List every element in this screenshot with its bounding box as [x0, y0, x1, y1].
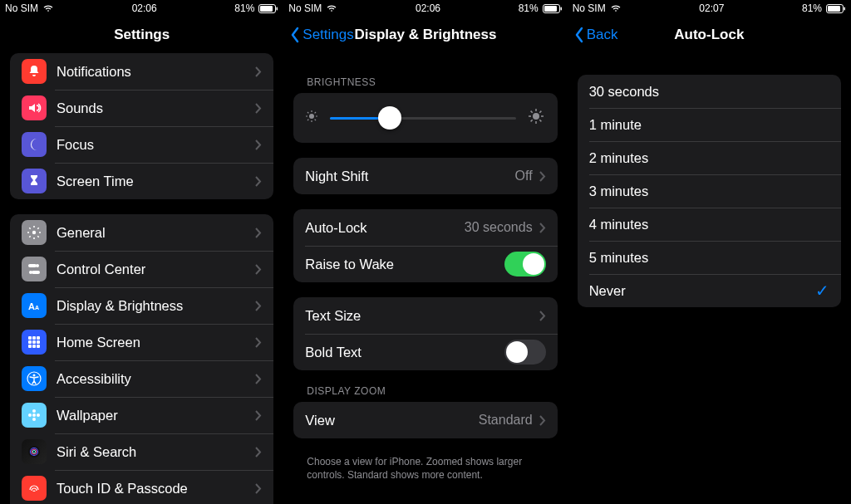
settings-row-display-brightness[interactable]: AADisplay & Brightness — [10, 287, 273, 324]
flower-icon — [22, 403, 47, 428]
night-shift-row[interactable]: Night Shift Off — [293, 158, 557, 194]
svg-rect-15 — [37, 340, 40, 344]
page-title: Settings — [114, 27, 170, 43]
sun-dim-icon — [305, 110, 318, 126]
battery-icon — [258, 4, 278, 13]
chevron-right-icon — [255, 66, 262, 77]
text-group: Text Size Bold Text — [293, 297, 557, 370]
svg-line-41 — [307, 120, 308, 120]
settings-scroll[interactable]: NotificationsSoundsFocusScreen Time Gene… — [0, 53, 283, 504]
autolock-option-1-minute[interactable]: 1 minute — [578, 108, 841, 141]
battery-text: 81% — [802, 2, 822, 14]
checkmark-icon: ✓ — [815, 281, 829, 301]
row-label: Display & Brightness — [57, 298, 255, 314]
autolock-row[interactable]: Auto-Lock 30 seconds — [293, 209, 557, 246]
autolock-option-3-minutes[interactable]: 3 minutes — [578, 174, 841, 208]
autolock-option-4-minutes[interactable]: 4 minutes — [578, 208, 841, 241]
back-button[interactable]: Back — [574, 27, 618, 43]
row-label: Accessibility — [57, 371, 255, 387]
settings-row-siri-search[interactable]: Siri & Search — [10, 433, 273, 470]
autolock-option-2-minutes[interactable]: 2 minutes — [578, 141, 841, 174]
row-label: Focus — [57, 137, 255, 153]
option-label: 1 minute — [589, 117, 829, 133]
chevron-right-icon — [255, 483, 262, 494]
clock-text: 02:06 — [416, 2, 440, 14]
settings-row-notifications[interactable]: Notifications — [10, 53, 273, 90]
settings-row-general[interactable]: General — [10, 214, 273, 251]
raise-to-wake-label: Raise to Wake — [305, 257, 504, 272]
chevron-right-icon — [255, 264, 262, 275]
settings-row-home-screen[interactable]: Home Screen — [10, 324, 273, 360]
text-size-row[interactable]: Text Size — [293, 297, 557, 334]
wifi-icon — [42, 4, 54, 12]
view-row[interactable]: View Standard — [293, 402, 557, 438]
row-label: Sounds — [57, 100, 255, 116]
svg-line-42 — [315, 112, 316, 113]
bold-text-label: Bold Text — [305, 345, 504, 360]
svg-rect-11 — [32, 336, 36, 340]
svg-rect-33 — [560, 7, 562, 10]
phone-settings: No SIM 02:06 81% Settings NotificationsS… — [0, 0, 283, 504]
carrier-text: No SIM — [288, 2, 322, 14]
svg-rect-17 — [32, 345, 36, 348]
settings-row-control-center[interactable]: Control Center — [10, 251, 273, 287]
row-label: General — [57, 225, 255, 241]
svg-text:A: A — [28, 301, 35, 311]
speaker-icon — [22, 95, 47, 120]
brightness-slider-row — [293, 93, 557, 143]
text-size-icon: AA — [22, 293, 47, 318]
option-label: 2 minutes — [589, 150, 829, 166]
svg-rect-32 — [544, 6, 557, 12]
brightness-section-label: BRIGHTNESS — [307, 76, 544, 88]
settings-row-sounds[interactable]: Sounds — [10, 90, 273, 126]
chevron-right-icon — [539, 223, 546, 233]
brightness-slider[interactable] — [330, 117, 515, 120]
svg-point-25 — [37, 413, 40, 417]
autolock-value: 30 seconds — [465, 220, 533, 235]
settings-row-wallpaper[interactable]: Wallpaper — [10, 397, 273, 433]
sun-bright-icon — [528, 108, 544, 128]
raise-to-wake-toggle[interactable] — [504, 252, 546, 276]
zoom-group: View Standard — [293, 402, 557, 438]
svg-rect-16 — [28, 345, 32, 348]
settings-row-focus[interactable]: Focus — [10, 126, 273, 163]
bold-text-toggle[interactable] — [504, 340, 546, 365]
chevron-right-icon — [255, 447, 262, 458]
svg-point-34 — [309, 114, 314, 119]
wifi-icon — [610, 4, 622, 12]
autolock-option-30-seconds[interactable]: 30 seconds — [578, 75, 841, 108]
settings-row-screen-time[interactable]: Screen Time — [10, 163, 273, 199]
header: Back Auto-Lock — [568, 17, 851, 53]
status-bar: No SIM 02:06 81% — [283, 0, 567, 17]
svg-line-51 — [539, 111, 541, 113]
svg-point-23 — [32, 418, 36, 421]
back-button[interactable]: Settings — [290, 27, 353, 43]
status-bar: No SIM 02:06 81% — [0, 0, 283, 17]
battery-text: 81% — [234, 2, 254, 14]
slider-thumb[interactable] — [378, 106, 401, 130]
moon-icon — [22, 132, 47, 157]
svg-rect-12 — [37, 336, 40, 340]
row-label: Home Screen — [57, 335, 255, 350]
svg-rect-14 — [32, 340, 36, 344]
settings-row-accessibility[interactable]: Accessibility — [10, 360, 273, 397]
svg-text:A: A — [35, 305, 39, 311]
siri-icon — [22, 439, 47, 464]
settings-row-touch-id-passcode[interactable]: Touch ID & Passcode — [10, 470, 273, 504]
row-label: Notifications — [57, 64, 255, 80]
grid-icon — [22, 330, 47, 355]
gear-icon — [22, 220, 47, 245]
battery-text: 81% — [519, 2, 539, 14]
chevron-right-icon — [255, 301, 262, 311]
row-label: Touch ID & Passcode — [57, 481, 255, 497]
svg-rect-54 — [844, 7, 845, 10]
settings-group-b: GeneralControl CenterAADisplay & Brightn… — [10, 214, 273, 504]
night-shift-group: Night Shift Off — [293, 158, 557, 194]
night-shift-label: Night Shift — [305, 169, 514, 184]
autolock-option-never[interactable]: Never✓ — [578, 274, 841, 307]
chevron-right-icon — [255, 374, 262, 384]
autolock-option-5-minutes[interactable]: 5 minutes — [578, 241, 841, 274]
settings-group-a: NotificationsSoundsFocusScreen Time — [10, 53, 273, 199]
svg-point-3 — [32, 231, 36, 234]
svg-line-40 — [315, 120, 316, 120]
